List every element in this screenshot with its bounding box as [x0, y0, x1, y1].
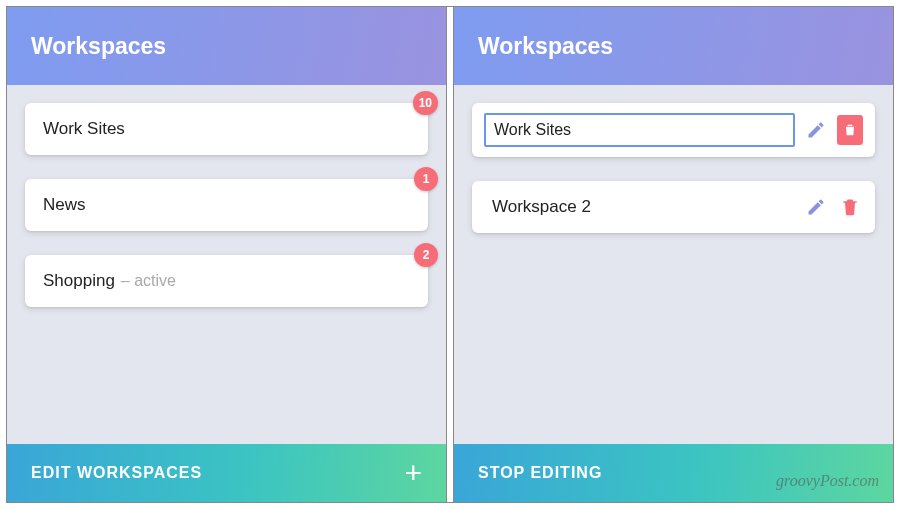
footer-bar[interactable]: STOP EDITING: [454, 444, 893, 502]
panel-edit-mode: Workspaces Workspace 2: [453, 7, 893, 502]
stop-editing-button[interactable]: STOP EDITING: [478, 464, 602, 482]
workspace-item[interactable]: Work Sites 10: [25, 103, 428, 155]
workspace-list: Work Sites 10 News 1 Shopping – active 2: [7, 85, 446, 444]
workspace-label: Shopping: [43, 271, 115, 291]
workspace-label: Workspace 2: [484, 197, 795, 217]
count-badge: 10: [413, 91, 438, 115]
workspace-edit-list: Workspace 2: [454, 85, 893, 444]
screenshot-frame: Workspaces Work Sites 10 News 1 Shopping…: [6, 6, 894, 503]
edit-workspaces-button[interactable]: EDIT WORKSPACES: [31, 464, 202, 482]
workspace-edit-item: Workspace 2: [472, 181, 875, 233]
header: Workspaces: [7, 7, 446, 85]
count-badge: 1: [414, 167, 438, 191]
workspace-name-input[interactable]: [484, 113, 795, 147]
page-title: Workspaces: [31, 33, 166, 60]
header: Workspaces: [454, 7, 893, 85]
workspace-edit-item: [472, 103, 875, 157]
panel-normal-mode: Workspaces Work Sites 10 News 1 Shopping…: [7, 7, 447, 502]
workspace-item-active[interactable]: Shopping – active 2: [25, 255, 428, 307]
footer-bar[interactable]: EDIT WORKSPACES +: [7, 444, 446, 502]
trash-icon[interactable]: [837, 194, 863, 220]
add-workspace-icon[interactable]: +: [404, 458, 422, 488]
count-badge: 2: [414, 243, 438, 267]
pencil-icon[interactable]: [803, 117, 829, 143]
page-title: Workspaces: [478, 33, 613, 60]
workspace-item[interactable]: News 1: [25, 179, 428, 231]
trash-icon[interactable]: [837, 117, 863, 143]
active-indicator: – active: [121, 272, 176, 290]
workspace-label: News: [43, 195, 86, 215]
pencil-icon[interactable]: [803, 194, 829, 220]
workspace-label: Work Sites: [43, 119, 125, 139]
